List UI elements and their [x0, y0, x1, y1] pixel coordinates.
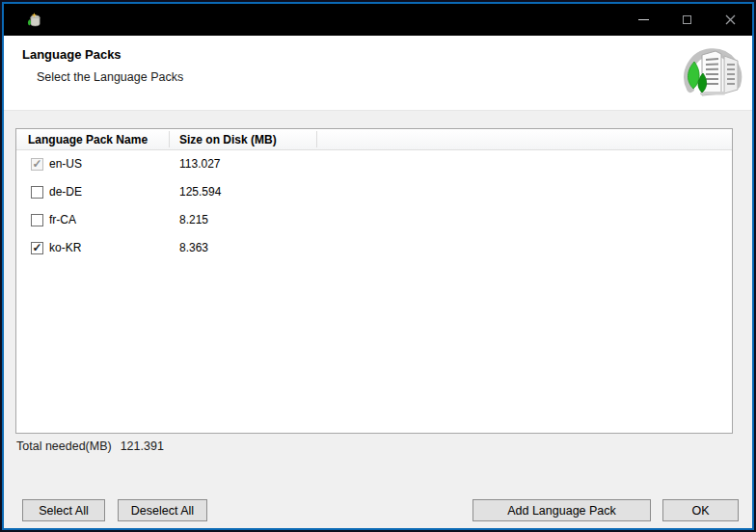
column-header-size-on-disk[interactable]: Size on Disk (MB) — [179, 129, 277, 150]
titlebar — [4, 4, 752, 36]
close-icon — [725, 14, 736, 25]
page-title: Language Packs — [22, 47, 122, 62]
table-row[interactable]: ✓en-US113.027 — [16, 150, 732, 178]
maximize-icon — [683, 15, 691, 24]
language-pack-table: Language Pack Name Size on Disk (MB) ✓en… — [15, 128, 733, 434]
language-pack-name: ko-KR — [49, 234, 81, 262]
minimize-icon — [638, 19, 649, 20]
column-header-language-pack-name[interactable]: Language Pack Name — [28, 129, 148, 150]
table-rows-container: ✓en-US113.027de-DE125.594fr-CA8.215✓ko-K… — [16, 150, 732, 262]
language-packs-window: Language Packs Select the Language Packs — [0, 0, 756, 532]
select-all-button[interactable]: Select All — [22, 499, 105, 521]
size-on-disk-value: 125.594 — [179, 178, 221, 206]
total-needed-label: Total needed(MB) — [16, 439, 112, 453]
table-row[interactable]: de-DE125.594 — [16, 178, 732, 206]
language-packs-logo-icon — [677, 39, 748, 106]
add-language-pack-button[interactable]: Add Language Pack — [472, 499, 651, 521]
close-button[interactable] — [709, 4, 752, 36]
maximize-button[interactable] — [665, 4, 709, 36]
total-needed: Total needed(MB)121.391 — [16, 439, 164, 453]
ok-button[interactable]: OK — [662, 499, 739, 521]
minimize-button[interactable] — [622, 4, 665, 36]
table-row[interactable]: fr-CA8.215 — [16, 206, 732, 234]
checkbox-fr-CA[interactable] — [31, 214, 43, 226]
size-on-disk-value: 113.027 — [179, 150, 221, 178]
window-frame: Language Packs Select the Language Packs — [2, 2, 754, 530]
size-on-disk-value: 8.363 — [179, 234, 208, 262]
checkbox-en-US: ✓ — [31, 158, 43, 171]
total-needed-value: 121.391 — [121, 439, 164, 453]
column-divider — [316, 131, 317, 147]
page-subtitle: Select the Language Packs — [37, 70, 183, 84]
table-row[interactable]: ✓ko-KR8.363 — [16, 234, 732, 262]
dialog-body: Language Pack Name Size on Disk (MB) ✓en… — [4, 111, 752, 528]
language-pack-name: de-DE — [49, 178, 82, 206]
table-header-row: Language Pack Name Size on Disk (MB) — [16, 129, 732, 150]
size-on-disk-value: 8.215 — [179, 206, 208, 234]
language-pack-name: fr-CA — [49, 206, 76, 234]
checkbox-ko-KR[interactable]: ✓ — [31, 242, 43, 254]
page-header: Language Packs Select the Language Packs — [4, 36, 752, 111]
app-icon — [25, 12, 41, 28]
checkbox-de-DE[interactable] — [31, 186, 43, 199]
deselect-all-button[interactable]: Deselect All — [118, 499, 207, 521]
column-divider — [169, 131, 170, 147]
language-pack-name: en-US — [49, 150, 82, 178]
